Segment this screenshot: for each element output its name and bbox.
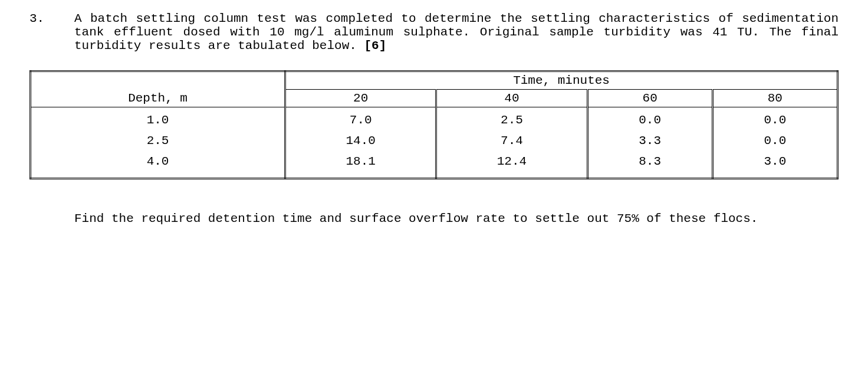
depth-cell: 1.0 xyxy=(31,107,285,131)
time-col: 60 xyxy=(587,90,712,107)
time-col: 80 xyxy=(712,90,837,107)
data-cell: 12.4 xyxy=(436,151,587,179)
data-cell: 3.3 xyxy=(587,130,712,151)
data-cell: 0.0 xyxy=(712,107,837,131)
intro-text: A batch settling column test was complet… xyxy=(74,12,839,53)
data-cell: 7.0 xyxy=(285,107,436,131)
data-cell: 0.0 xyxy=(712,130,837,151)
data-cell: 3.0 xyxy=(712,151,837,179)
time-col: 20 xyxy=(285,90,436,107)
data-cell: 2.5 xyxy=(436,107,587,131)
time-header: Time, minutes xyxy=(285,71,838,90)
time-col: 40 xyxy=(436,90,587,107)
depth-cell: 2.5 xyxy=(31,130,285,151)
marks: [6] xyxy=(364,39,387,53)
data-cell: 8.3 xyxy=(587,151,712,179)
problem-block: 3. A batch settling column test was comp… xyxy=(29,12,839,53)
data-cell: 0.0 xyxy=(587,107,712,131)
problem-number: 3. xyxy=(29,12,74,25)
question-text: Find the required detention time and sur… xyxy=(74,212,839,225)
data-table: Depth, m Time, minutes 20 40 60 80 1.0 7… xyxy=(29,70,839,179)
data-cell: 14.0 xyxy=(285,130,436,151)
problem-intro: A batch settling column test was complet… xyxy=(74,12,839,53)
depth-cell: 4.0 xyxy=(31,151,285,179)
depth-header: Depth, m xyxy=(31,71,285,107)
data-cell: 18.1 xyxy=(285,151,436,179)
data-cell: 7.4 xyxy=(436,130,587,151)
